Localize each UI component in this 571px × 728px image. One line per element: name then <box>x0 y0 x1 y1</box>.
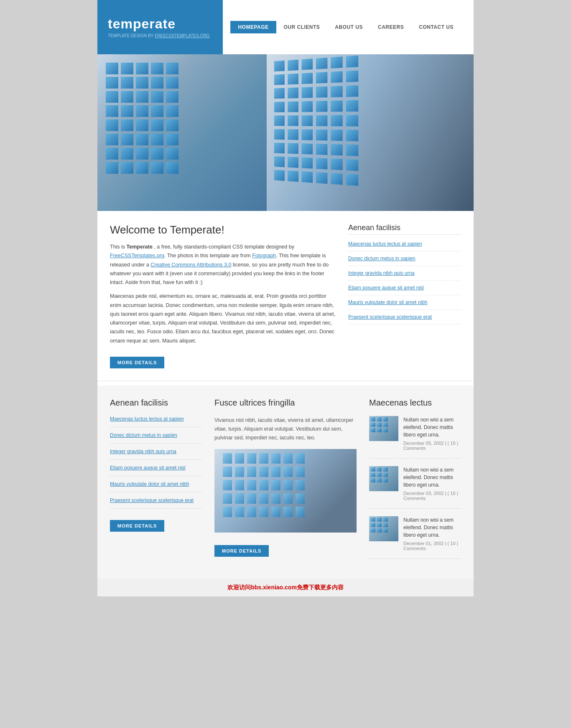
hero-banner <box>97 54 474 211</box>
logo-subtitle: TEMPLATE DESIGN BY FREECSSTEMPLATES.ORG <box>108 33 212 38</box>
bottom-left-link-4[interactable]: Etiam posuere augue sit amet nisl <box>110 465 202 476</box>
bottom-right-col: Maecenas lectus Nullam non wisi a sem el… <box>369 398 461 566</box>
bottom-section: Aenean facilisis Maecenas luctus lectus … <box>97 386 474 579</box>
news-item-2: Nullam non wisi a sem eleifend. Donec ma… <box>369 466 461 509</box>
content-left: Welcome to Temperate! This is Temperate … <box>110 223 336 368</box>
news-content-3: Nullam non wisi a sem eleifend. Donec ma… <box>403 516 461 551</box>
welcome-heading: Welcome to Temperate! <box>110 223 336 236</box>
intro-paragraph-1: This is Temperate , a free, fully standa… <box>110 243 336 287</box>
logo-area: temperate TEMPLATE DESIGN BY FREECSSTEMP… <box>97 0 223 54</box>
bottom-mid-image <box>214 449 357 533</box>
bottom-left-link-6[interactable]: Praesent scelerisque scelerisque erat <box>110 497 202 509</box>
sidebar-link-6[interactable]: Praesent scelerisque scelerisque erat <box>348 314 461 325</box>
news-content-2: Nullam non wisi a sem eleifend. Donec ma… <box>403 466 461 501</box>
news-text-1: Nullam non wisi a sem eleifend. Donec ma… <box>403 416 461 439</box>
fotograph-link[interactable]: Fotograph <box>252 253 276 259</box>
nav-contact-us[interactable]: CONTACT US <box>411 21 461 33</box>
bottom-left-col: Aenean facilisis Maecenas luctus lectus … <box>110 398 202 566</box>
nav-our-clients[interactable]: OUR CLIENTS <box>276 21 328 33</box>
sidebar-link-2[interactable]: Donec dictum metus in sapien <box>348 256 461 266</box>
news-item-1: Nullam non wisi a sem eleifend. Donec ma… <box>369 416 461 459</box>
news-meta-2: December 03, 2002 | ( 10 ) Comments <box>403 491 461 501</box>
news-thumb-1 <box>369 416 398 441</box>
news-text-2: Nullam non wisi a sem eleifend. Donec ma… <box>403 466 461 489</box>
nav-careers[interactable]: CAREERS <box>370 21 411 33</box>
bottom-left-heading: Aenean facilisis <box>110 398 202 408</box>
main-nav: HOMEPAGE OUR CLIENTS ABOUT US CAREERS CO… <box>223 21 474 33</box>
news-meta-1: December 05, 2002 | ( 10 ) Comments <box>403 441 461 451</box>
news-thumb-3 <box>369 516 398 541</box>
bottom-mid-heading: Fusce ultrices fringilla <box>214 398 357 408</box>
footer: 欢迎访问bbs.xieniao.com免费下载更多内容 <box>97 579 474 596</box>
footer-text: 欢迎访问bbs.xieniao.com免费下载更多内容 <box>227 584 344 591</box>
hero-left-image <box>97 54 267 211</box>
news-content-1: Nullam non wisi a sem eleifend. Donec ma… <box>403 416 461 451</box>
bottom-left-link-3[interactable]: Integer gravida nibh quis urna <box>110 449 202 460</box>
bottom-left-link-2[interactable]: Donec dictum metus in sapien <box>110 432 202 444</box>
header: temperate TEMPLATE DESIGN BY FREECSSTEMP… <box>97 0 474 54</box>
news-thumb-2 <box>369 466 398 491</box>
intro-paragraph-2: Maecenas pede nisl, elementum eu, ornare… <box>110 292 336 345</box>
bottom-mid-more-button[interactable]: MORE DETAILS <box>214 545 269 557</box>
freecss-link-inline[interactable]: FreeCSSTemplates.org <box>110 253 164 259</box>
hero-right-image <box>267 54 474 211</box>
freecss-link[interactable]: FREECSSTEMPLATES.ORG <box>155 33 210 38</box>
news-text-3: Nullam non wisi a sem eleifend. Donec ma… <box>403 516 461 539</box>
sidebar-link-1[interactable]: Maecenas luctus lectus at sapien <box>348 241 461 251</box>
sidebar-heading: Aenean facilisis <box>348 223 461 235</box>
main-more-details-button[interactable]: MORE DETAILS <box>110 357 164 368</box>
bottom-mid-text: Vivamus nisl nibh, iaculis vitae, viverr… <box>214 416 357 443</box>
nav-about-us[interactable]: ABOUT US <box>327 21 370 33</box>
news-item-3: Nullam non wisi a sem eleifend. Donec ma… <box>369 516 461 559</box>
bottom-left-more-button[interactable]: MORE DETAILS <box>110 520 164 532</box>
sidebar-right: Aenean facilisis Maecenas luctus lectus … <box>348 223 461 368</box>
news-meta-3: December 01, 2002 | ( 10 ) Comments <box>403 541 461 551</box>
bottom-right-heading: Maecenas lectus <box>369 398 461 408</box>
creative-commons-link[interactable]: Creative Commons Attributions 3.0 <box>150 262 231 268</box>
sidebar-link-3[interactable]: Integer gravida nibh quis urna <box>348 270 461 281</box>
bottom-left-link-5[interactable]: Mauris vulputate dolor sit amet nibh <box>110 481 202 492</box>
logo-title: temperate <box>108 16 212 32</box>
nav-homepage[interactable]: HOMEPAGE <box>230 21 276 33</box>
bottom-left-link-1[interactable]: Maecenas luctus lectus at sapien <box>110 416 202 427</box>
section-divider <box>97 381 474 381</box>
sidebar-link-5[interactable]: Mauris vulputate dolor sit amet nibh <box>348 299 461 310</box>
bottom-mid-col: Fusce ultrices fringilla Vivamus nisl ni… <box>214 398 357 566</box>
sidebar-link-4[interactable]: Etiam posuere augue sit amet nisl <box>348 285 461 295</box>
main-content: Welcome to Temperate! This is Temperate … <box>97 211 474 377</box>
